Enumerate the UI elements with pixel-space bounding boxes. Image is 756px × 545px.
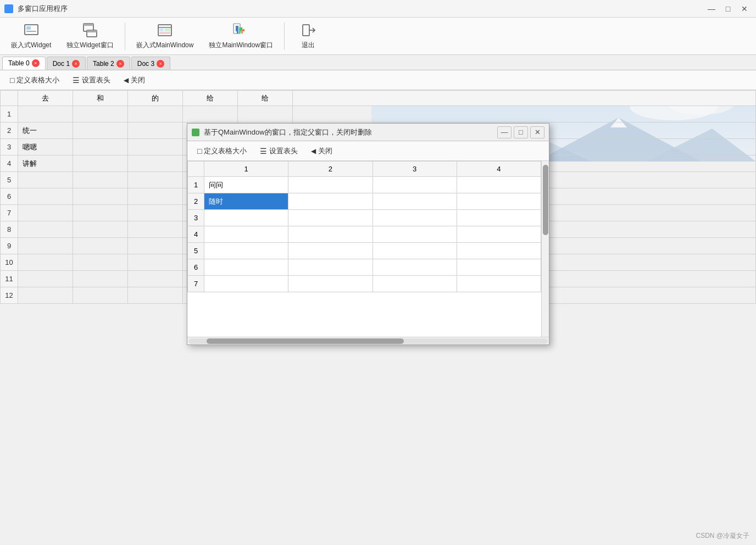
tab-table0-close[interactable]: × bbox=[32, 59, 40, 67]
modal-table-cell[interactable] bbox=[288, 259, 373, 276]
table-cell[interactable] bbox=[73, 221, 128, 238]
modal-table-cell[interactable] bbox=[373, 276, 457, 292]
modal-table-row[interactable]: 5 bbox=[188, 243, 541, 259]
table-cell[interactable] bbox=[128, 172, 183, 188]
modal-table-row[interactable]: 1问问 bbox=[188, 177, 541, 193]
modal-table-cell[interactable] bbox=[288, 193, 373, 210]
table-cell[interactable]: 统一 bbox=[18, 123, 73, 139]
modal-table-cell[interactable] bbox=[457, 276, 541, 292]
modal-set-header-button[interactable]: ☰ 设置表头 bbox=[254, 144, 303, 158]
table-cell[interactable] bbox=[73, 205, 128, 221]
table-cell[interactable] bbox=[128, 254, 183, 271]
modal-table-row[interactable]: 2随时 bbox=[188, 193, 541, 210]
standalone-widget-button[interactable]: 独立Widget窗口 bbox=[60, 20, 120, 52]
set-header-button[interactable]: ☰ 设置表头 bbox=[67, 73, 116, 87]
define-size-button[interactable]: □ 定义表格大小 bbox=[4, 73, 65, 87]
table-cell[interactable] bbox=[238, 106, 293, 123]
tab-doc1-close[interactable]: × bbox=[72, 60, 80, 68]
modal-scrollbar-horizontal[interactable] bbox=[187, 337, 549, 344]
modal-table-cell[interactable] bbox=[373, 243, 457, 259]
table-cell[interactable] bbox=[73, 155, 128, 172]
table-cell[interactable] bbox=[18, 172, 73, 188]
modal-table-cell[interactable] bbox=[288, 210, 373, 226]
table-cell[interactable] bbox=[128, 238, 183, 254]
table-cell[interactable] bbox=[18, 254, 73, 271]
modal-table-row[interactable]: 7 bbox=[188, 276, 541, 292]
modal-table-row[interactable]: 6 bbox=[188, 259, 541, 276]
modal-table-cell[interactable] bbox=[204, 276, 288, 292]
modal-table-cell[interactable] bbox=[457, 193, 541, 210]
modal-table-cell[interactable] bbox=[457, 259, 541, 276]
tab-doc3[interactable]: Doc 3 × bbox=[131, 57, 170, 70]
modal-table-cell[interactable] bbox=[457, 210, 541, 226]
tab-table0[interactable]: Table 0 × bbox=[2, 57, 46, 70]
table-cell[interactable] bbox=[128, 123, 183, 139]
table-cell[interactable] bbox=[128, 287, 183, 304]
table-cell[interactable] bbox=[128, 205, 183, 221]
table-cell[interactable] bbox=[18, 287, 73, 304]
modal-maximize-button[interactable]: □ bbox=[514, 126, 528, 138]
modal-table-cell[interactable] bbox=[457, 226, 541, 243]
table-cell[interactable] bbox=[18, 205, 73, 221]
table-cell[interactable] bbox=[73, 188, 128, 205]
table-row[interactable]: 1 bbox=[1, 106, 756, 123]
tab-doc3-close[interactable]: × bbox=[157, 60, 164, 68]
modal-table-cell[interactable] bbox=[288, 243, 373, 259]
table-cell[interactable] bbox=[128, 106, 183, 123]
modal-table-cell[interactable] bbox=[373, 259, 457, 276]
embed-mainwindow-button[interactable]: 嵌入式MainWindow bbox=[130, 20, 201, 52]
tab-table2[interactable]: Table 2 × bbox=[87, 57, 130, 70]
modal-table-cell[interactable] bbox=[204, 226, 288, 243]
close-sub-button[interactable]: ◀ 关闭 bbox=[118, 73, 151, 87]
table-cell[interactable] bbox=[73, 123, 128, 139]
modal-table-row[interactable]: 4 bbox=[188, 226, 541, 243]
modal-close-sub-button[interactable]: ◀ 关闭 bbox=[305, 144, 338, 158]
table-cell[interactable] bbox=[128, 188, 183, 205]
modal-table-cell[interactable] bbox=[288, 276, 373, 292]
modal-table-cell[interactable] bbox=[457, 177, 541, 193]
modal-table-cell[interactable] bbox=[288, 226, 373, 243]
table-cell[interactable] bbox=[73, 139, 128, 155]
table-cell[interactable] bbox=[128, 139, 183, 155]
table-cell[interactable] bbox=[128, 155, 183, 172]
modal-close-button[interactable]: ✕ bbox=[530, 126, 544, 138]
table-cell[interactable] bbox=[128, 271, 183, 287]
modal-table-cell[interactable] bbox=[373, 210, 457, 226]
table-cell[interactable] bbox=[18, 238, 73, 254]
table-cell[interactable] bbox=[73, 287, 128, 304]
standalone-mainwindow-button[interactable]: 独立MainWindow窗口 bbox=[202, 20, 280, 52]
modal-table-cell[interactable] bbox=[373, 226, 457, 243]
table-cell[interactable]: 讲解 bbox=[18, 155, 73, 172]
minimize-button[interactable]: — bbox=[704, 3, 719, 14]
table-cell[interactable] bbox=[73, 254, 128, 271]
modal-table-cell[interactable]: 问问 bbox=[204, 177, 288, 193]
modal-table-cell[interactable] bbox=[373, 193, 457, 210]
table-cell[interactable] bbox=[128, 221, 183, 238]
modal-table-cell[interactable] bbox=[204, 243, 288, 259]
table-cell[interactable] bbox=[73, 172, 128, 188]
tab-table2-close[interactable]: × bbox=[116, 60, 124, 68]
maximize-button[interactable]: □ bbox=[721, 3, 735, 14]
modal-table-cell[interactable]: 随时 bbox=[204, 193, 288, 210]
table-cell[interactable] bbox=[73, 106, 128, 123]
modal-scrollbar-vertical[interactable] bbox=[541, 161, 549, 337]
modal-minimize-button[interactable]: — bbox=[497, 126, 512, 138]
table-cell[interactable] bbox=[18, 106, 73, 123]
tab-doc1[interactable]: Doc 1 × bbox=[47, 57, 86, 70]
table-cell[interactable] bbox=[18, 188, 73, 205]
table-cell[interactable] bbox=[73, 271, 128, 287]
close-button[interactable]: ✕ bbox=[737, 3, 752, 14]
modal-table-row[interactable]: 3 bbox=[188, 210, 541, 226]
table-cell[interactable] bbox=[73, 238, 128, 254]
table-cell[interactable] bbox=[18, 221, 73, 238]
modal-table-cell[interactable] bbox=[373, 177, 457, 193]
embed-widget-button[interactable]: 嵌入式Widget bbox=[4, 20, 58, 52]
table-cell[interactable] bbox=[183, 106, 238, 123]
modal-table-cell[interactable] bbox=[457, 243, 541, 259]
table-cell[interactable] bbox=[18, 271, 73, 287]
modal-table-cell[interactable] bbox=[204, 259, 288, 276]
modal-define-size-button[interactable]: □ 定义表格大小 bbox=[192, 144, 252, 158]
exit-button[interactable]: 退出 bbox=[289, 20, 327, 52]
modal-table-cell[interactable] bbox=[204, 210, 288, 226]
table-cell[interactable]: 嗯嗯 bbox=[18, 139, 73, 155]
